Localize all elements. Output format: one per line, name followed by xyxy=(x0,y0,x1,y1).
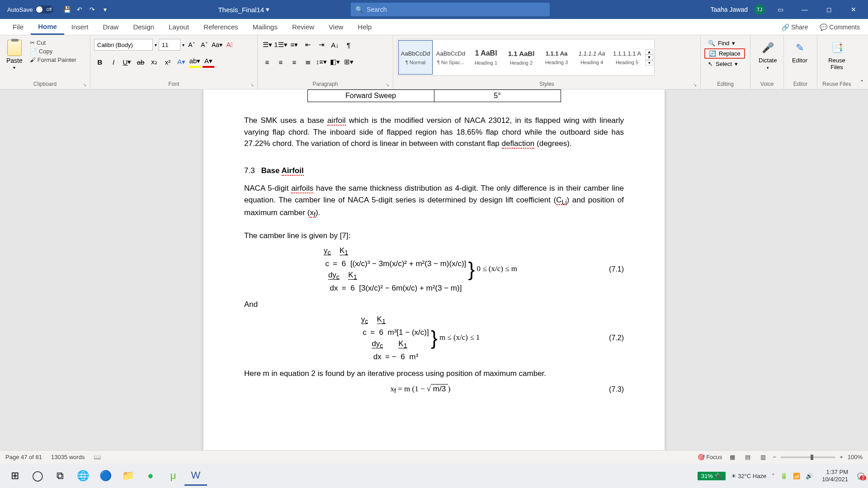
chrome-icon[interactable]: 🌐 xyxy=(71,466,94,486)
notifications-icon[interactable]: 💬2 xyxy=(857,473,864,479)
equation-row[interactable]: xf = m (1 − √ m/3 ) (7.3) xyxy=(244,383,624,396)
shrink-font-icon[interactable]: A˅ xyxy=(199,39,210,51)
body-paragraph[interactable]: The SMK uses a base airfoil which is the… xyxy=(244,115,624,150)
reuse-files-button[interactable]: 📑Reuse Files xyxy=(821,39,853,72)
find-button[interactable]: 🔍Find ▾ xyxy=(704,39,745,47)
copy-button[interactable]: 📄Copy xyxy=(28,47,78,55)
taskview-icon[interactable]: ⧉ xyxy=(49,466,71,486)
page-info[interactable]: Page 47 of 81 xyxy=(5,454,42,460)
chevron-down-icon[interactable]: ▾ xyxy=(182,42,184,47)
cut-button[interactable]: ✂Cut xyxy=(28,39,78,47)
cortana-icon[interactable]: ◯ xyxy=(26,466,49,486)
zoom-in-icon[interactable]: + xyxy=(840,454,843,460)
gallery-down-icon[interactable]: ▼ xyxy=(645,55,653,60)
equation-body[interactable]: ycc = K16 m³[1 − (x/c)] dycdx = − K16 m³… xyxy=(244,314,597,362)
close-icon[interactable]: ✕ xyxy=(844,3,863,16)
style-nospacing[interactable]: AaBbCcDd¶ No Spac... xyxy=(434,40,468,75)
maximize-icon[interactable]: ◻ xyxy=(820,3,838,16)
dialog-launcher-icon[interactable]: ↘ xyxy=(693,82,697,87)
highlight-icon[interactable]: ab▾ xyxy=(189,56,201,68)
align-right-icon[interactable]: ≡ xyxy=(288,56,300,68)
select-button[interactable]: ↖Select ▾ xyxy=(704,60,745,68)
tab-references[interactable]: References xyxy=(196,19,245,35)
equation-body[interactable]: xf = m (1 − √ m/3 ) xyxy=(244,383,597,396)
equation-row[interactable]: ycc = K16 m³[1 − (x/c)] dycdx = − K16 m³… xyxy=(244,314,624,362)
dialog-launcher-icon[interactable]: ↘ xyxy=(250,82,254,87)
style-heading5[interactable]: 1.1.1.1.1 AHeading 5 xyxy=(610,40,644,75)
tab-mailings[interactable]: Mailings xyxy=(245,19,285,35)
tab-design[interactable]: Design xyxy=(126,19,161,35)
tab-draw[interactable]: Draw xyxy=(95,19,126,35)
ribbon-display-icon[interactable]: ▭ xyxy=(771,3,789,16)
word-icon[interactable]: W xyxy=(184,466,207,486)
decrease-indent-icon[interactable]: ⇤ xyxy=(302,39,314,51)
battery-tray-icon[interactable]: 🔋 xyxy=(780,473,788,479)
search-box[interactable]: 🔍 xyxy=(351,3,550,16)
tab-help[interactable]: Help xyxy=(350,19,379,35)
spellcheck-icon[interactable]: 📖 xyxy=(94,454,101,460)
body-paragraph[interactable]: And xyxy=(244,299,624,310)
zoom-out-icon[interactable]: − xyxy=(773,454,777,460)
font-name-combo[interactable]: Calibri (Body) xyxy=(94,39,153,51)
user-name[interactable]: Taaha Jawad xyxy=(710,6,748,13)
customize-qat-icon[interactable]: ▾ xyxy=(100,5,109,14)
replace-button[interactable]: 🔄Replace xyxy=(704,48,745,59)
document-canvas[interactable]: Forward Sweep 5° The SMK uses a base air… xyxy=(0,89,868,450)
gallery-up-icon[interactable]: ▲ xyxy=(645,49,653,55)
font-color-icon[interactable]: A▾ xyxy=(203,56,214,68)
align-center-icon[interactable]: ≡ xyxy=(275,56,287,68)
battery-indicator[interactable]: 31% 🔌 xyxy=(698,472,726,480)
edge-icon[interactable]: 🔵 xyxy=(94,466,117,486)
minimize-icon[interactable]: — xyxy=(796,3,814,16)
equation-row[interactable]: ycc = K16 [(x/c)³ − 3m(x/c)² + m²(3 − m)… xyxy=(244,245,624,294)
spotify-icon[interactable]: ● xyxy=(139,466,162,486)
change-case-icon[interactable]: Aa▾ xyxy=(212,39,222,51)
numbering-icon[interactable]: 1☰▾ xyxy=(275,39,287,51)
start-icon[interactable]: ⊞ xyxy=(4,466,26,486)
volume-icon[interactable]: 🔊 xyxy=(806,473,813,479)
tab-review[interactable]: Review xyxy=(285,19,321,35)
style-heading1[interactable]: 1 AaBlHeading 1 xyxy=(469,40,503,75)
superscript-button[interactable]: x² xyxy=(162,56,174,68)
table-cell[interactable]: 5° xyxy=(434,90,561,102)
format-painter-button[interactable]: 🖌Format Painter xyxy=(28,56,78,64)
word-count[interactable]: 13035 words xyxy=(51,454,85,460)
explorer-icon[interactable]: 📁 xyxy=(117,466,139,486)
increase-indent-icon[interactable]: ⇥ xyxy=(316,39,327,51)
avatar[interactable]: TJ xyxy=(754,4,765,15)
share-button[interactable]: 🔗 Share xyxy=(779,22,811,33)
tab-layout[interactable]: Layout xyxy=(161,19,196,35)
save-icon[interactable]: 💾 xyxy=(62,5,71,14)
sort-icon[interactable]: A↓ xyxy=(329,39,341,51)
chevron-down-icon[interactable]: ▾ xyxy=(13,65,15,70)
dialog-launcher-icon[interactable]: ↘ xyxy=(83,82,86,87)
tab-home[interactable]: Home xyxy=(31,19,64,35)
multilevel-icon[interactable]: ≡▾ xyxy=(288,39,300,51)
web-layout-icon[interactable]: ▥ xyxy=(758,453,769,462)
strikethrough-button[interactable]: ab xyxy=(135,56,146,68)
clear-formatting-icon[interactable]: A⃠ xyxy=(224,39,235,51)
undo-icon[interactable]: ↶ xyxy=(75,5,84,14)
equation-body[interactable]: ycc = K16 [(x/c)³ − 3m(x/c)² + m²(3 − m)… xyxy=(244,245,597,294)
borders-icon[interactable]: ⊞▾ xyxy=(343,56,354,68)
print-layout-icon[interactable]: ▤ xyxy=(742,453,753,462)
clock[interactable]: 1:37 PM 10/4/2021 xyxy=(818,469,852,483)
table-cell[interactable]: Forward Sweep xyxy=(307,90,434,102)
chevron-down-icon[interactable]: ▾ xyxy=(155,42,157,47)
dialog-launcher-icon[interactable]: ↘ xyxy=(386,82,389,87)
tab-view[interactable]: View xyxy=(321,19,350,35)
line-spacing-icon[interactable]: ↕≡▾ xyxy=(316,56,327,68)
italic-button[interactable]: I xyxy=(108,56,119,68)
grow-font-icon[interactable]: A˄ xyxy=(186,39,197,51)
weather-widget[interactable]: ☀ 32°C Haze xyxy=(731,473,767,479)
style-heading2[interactable]: 1.1 AaBlHeading 2 xyxy=(504,40,538,75)
utorrent-icon[interactable]: μ xyxy=(162,466,184,486)
paste-button[interactable]: Paste ▾ xyxy=(4,39,25,71)
style-heading3[interactable]: 1.1.1 AaHeading 3 xyxy=(539,40,574,75)
collapse-ribbon-icon[interactable]: ˄ xyxy=(856,35,867,89)
editor-button[interactable]: ✎Editor xyxy=(788,39,812,66)
page[interactable]: Forward Sweep 5° The SMK uses a base air… xyxy=(203,89,665,450)
body-paragraph[interactable]: Here m in equation 2 is found by an iter… xyxy=(244,368,624,380)
underline-button[interactable]: U▾ xyxy=(121,56,133,68)
tab-file[interactable]: File xyxy=(5,19,31,35)
